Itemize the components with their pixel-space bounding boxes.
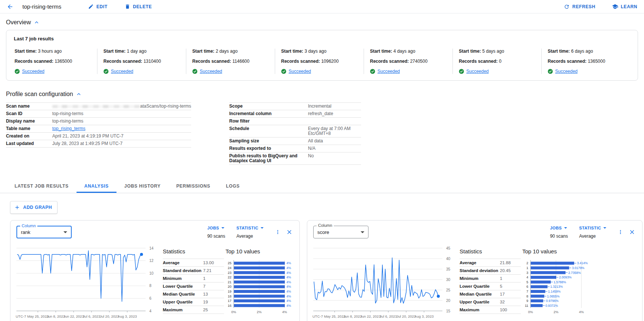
top-values-title: Top 10 values: [225, 248, 311, 254]
config-row-value: top-rising-terms: [52, 111, 191, 116]
svg-text:20: 20: [446, 299, 451, 303]
close-card-button[interactable]: [286, 229, 293, 235]
analysis-card-rank: ColumnrankJOBS90 scansSTATISTICAverage14…: [10, 220, 300, 321]
tab-analysis[interactable]: ANALYSIS: [77, 179, 116, 193]
more-options-button[interactable]: [617, 229, 623, 235]
config-row-label: Last updated: [6, 141, 52, 146]
job-status: Succeeded: [459, 69, 535, 74]
svg-text:Aug 3, 2023: Aug 3, 2023: [118, 314, 137, 318]
statistic-label: Minimum: [163, 276, 203, 281]
overview-heading-label: Overview: [6, 19, 31, 26]
trend-chart: 141210864UTC-7May 25, 2023Jun 8, 2023Jun…: [13, 244, 161, 321]
job-status-link[interactable]: Succeeded: [466, 69, 489, 74]
chevron-up-icon[interactable]: [33, 19, 40, 26]
job-status-link[interactable]: Succeeded: [377, 69, 400, 74]
config-row: Display nametop-rising-terms: [6, 118, 191, 125]
config-row-value: refresh_date: [308, 111, 361, 116]
job-result-card: Start time: 1 day agoRecords scanned: 13…: [97, 49, 186, 74]
svg-text:7: 7: [526, 290, 528, 293]
job-status-link[interactable]: Succeeded: [22, 69, 44, 74]
add-graph-button[interactable]: ADD GRAPH: [10, 201, 57, 214]
svg-text:0.9796%: 0.9796%: [546, 299, 559, 303]
job-status: Succeeded: [103, 69, 180, 74]
svg-text:1.5788%: 1.5788%: [554, 280, 566, 284]
tab-latest-job-results[interactable]: LATEST JOB RESULTS: [7, 179, 77, 193]
statistic-label: Maximum: [460, 308, 500, 312]
jobs-dropdown[interactable]: JOBS90 scans: [207, 226, 225, 239]
svg-text:2%: 2%: [257, 310, 262, 314]
job-records-scanned: Records scanned: 1310400: [103, 59, 180, 64]
statistic-dropdown[interactable]: STATISTICAverage: [236, 226, 264, 239]
column-select[interactable]: Columnrank: [16, 226, 72, 238]
column-select[interactable]: Columnscore: [313, 226, 368, 238]
tab-jobs-history[interactable]: JOBS HISTORY: [116, 179, 168, 193]
job-result-card: Start time: 3 hours agoRecords scanned: …: [14, 49, 97, 74]
last-jobs-card: Last 7 job results Start time: 3 hours a…: [6, 30, 638, 81]
job-result-card: Start time: 6 days agoRecords scanned: 1…: [541, 49, 630, 74]
card-header: ColumnscoreJOBS90 scansSTATISTICAverage: [307, 220, 642, 239]
svg-text:UTC-7: UTC-7: [16, 314, 26, 318]
plus-icon: [14, 204, 20, 210]
statistic-row: Maximum100: [460, 306, 521, 314]
svg-text:Jun 22, 2023: Jun 22, 2023: [360, 314, 381, 318]
statistic-row: Upper Quartile32: [460, 298, 521, 306]
job-records-scanned: Records scanned: 1365000: [548, 59, 624, 64]
job-records-scanned: Records scanned: 2740500: [370, 59, 447, 64]
learn-button[interactable]: LEARN: [612, 3, 637, 10]
records-scanned-label: Records scanned:: [459, 59, 498, 64]
job-status-link[interactable]: Succeeded: [111, 69, 133, 74]
edit-button[interactable]: EDIT: [88, 4, 108, 9]
config-row: Table nametop_rising_terms: [6, 125, 191, 133]
svg-text:1: 1: [526, 266, 528, 270]
table-name-link[interactable]: top_rising_terms: [52, 126, 85, 131]
statistic-row: Average13.00: [163, 259, 224, 267]
statistic-dropdown[interactable]: STATISTICAverage: [579, 226, 606, 239]
statistics-table: Average13.00Standard deviation7.21Minimu…: [163, 259, 224, 314]
job-status-link[interactable]: Succeeded: [200, 69, 222, 74]
card-header: ColumnrankJOBS90 scansSTATISTICAverage: [10, 220, 299, 239]
statistic-label: Median Quartile: [163, 292, 203, 296]
top-values-panel: Top 10 values0%2%4%23.414%13.0179%32.735…: [522, 248, 608, 316]
column-select-label: Column: [317, 223, 334, 228]
jobs-dropdown[interactable]: JOBS90 scans: [550, 226, 568, 239]
tab-logs[interactable]: LOGS: [218, 179, 248, 193]
back-arrow-icon[interactable]: [7, 3, 13, 10]
statistic-label: Average: [460, 260, 500, 265]
chevron-up-icon[interactable]: [75, 91, 82, 98]
card-icons: [275, 229, 293, 235]
refresh-button[interactable]: REFRESH: [564, 3, 595, 10]
svg-text:May 25, 2023: May 25, 2023: [27, 314, 49, 318]
job-status-link[interactable]: Succeeded: [555, 69, 578, 74]
config-row: Created onApril 21, 2023 at 4:19:19 PM U…: [6, 133, 191, 140]
svg-text:4%: 4%: [286, 280, 291, 284]
start-time-label: Start time:: [15, 49, 37, 54]
tab-bar: LATEST JOB RESULTSANALYSISJOBS HISTORYPE…: [0, 179, 644, 193]
job-status-link[interactable]: Succeeded: [289, 69, 311, 74]
svg-text:Jun 8, 2023: Jun 8, 2023: [343, 314, 362, 318]
statistic-dropdown-label: STATISTIC: [579, 226, 606, 230]
tab-permissions[interactable]: PERMISSIONS: [168, 179, 218, 193]
config-row: Scan IDtop-rising-terms: [6, 110, 191, 118]
svg-text:0%: 0%: [528, 310, 533, 314]
check-circle-icon: [459, 69, 464, 74]
svg-text:15: 15: [446, 309, 451, 313]
statistic-value: 25: [203, 308, 224, 312]
job-status: Succeeded: [548, 69, 624, 74]
svg-text:18: 18: [228, 294, 231, 298]
statistic-row: Maximum25: [163, 306, 224, 314]
card-header-controls: JOBS90 scansSTATISTICAverage: [207, 226, 293, 239]
delete-button[interactable]: DELETE: [125, 4, 152, 9]
svg-text:23: 23: [228, 271, 231, 275]
column-select-value: score: [317, 229, 329, 235]
config-row: ScheduleEvery day at 7:00 AM Etc/GMT+8: [229, 125, 361, 138]
close-card-button[interactable]: [629, 229, 635, 235]
config-row-label: Scan ID: [6, 111, 52, 116]
caret-down-icon: [361, 231, 364, 233]
config-row-label: Results exported to: [229, 146, 308, 151]
svg-text:4%: 4%: [579, 310, 584, 314]
caret-down-icon: [261, 227, 264, 229]
check-circle-icon: [192, 69, 197, 74]
more-options-button[interactable]: [275, 229, 281, 235]
start-time-label: Start time:: [548, 49, 570, 54]
close-icon: [286, 229, 293, 235]
